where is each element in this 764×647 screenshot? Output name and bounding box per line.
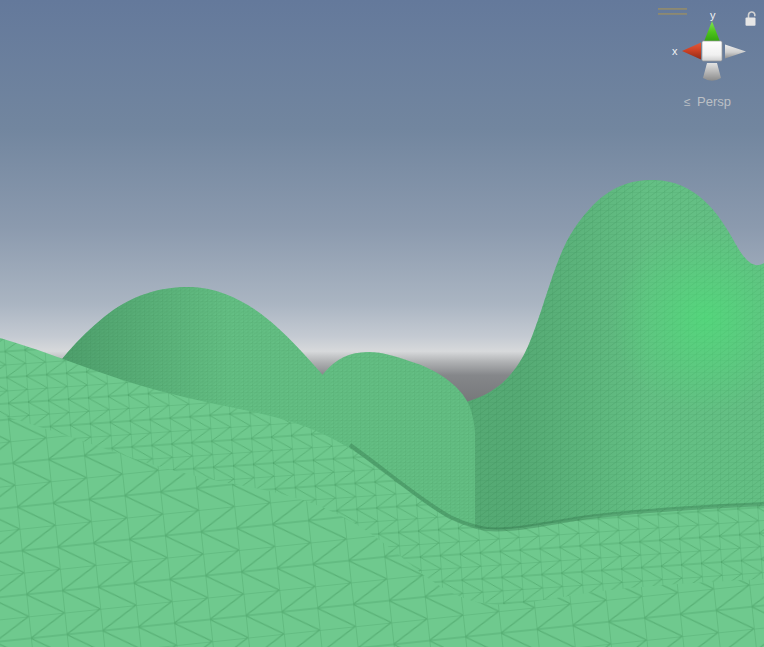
- scene-view-canvas[interactable]: y x ≤ Persp: [0, 0, 764, 647]
- projection-toggle[interactable]: ≤ Persp: [684, 94, 731, 109]
- projection-arrow-icon: ≤: [684, 95, 691, 109]
- y-axis-label: y: [710, 9, 716, 21]
- gizmo-axis-neg-y-cone[interactable]: [703, 63, 721, 81]
- gizmo-axis-x-cone[interactable]: [682, 43, 701, 60]
- gizmo-axis-y-cone[interactable]: [704, 21, 721, 43]
- projection-label: Persp: [697, 94, 731, 109]
- scene-gizmo: y x ≤ Persp: [614, 0, 764, 118]
- overlay-grip-icon[interactable]: [658, 8, 687, 15]
- gizmo-center-cube[interactable]: [702, 41, 722, 61]
- x-axis-label: x: [672, 45, 678, 57]
- gizmo-axis-z-cone[interactable]: [725, 45, 746, 59]
- gizmo-lock-icon[interactable]: [746, 12, 756, 26]
